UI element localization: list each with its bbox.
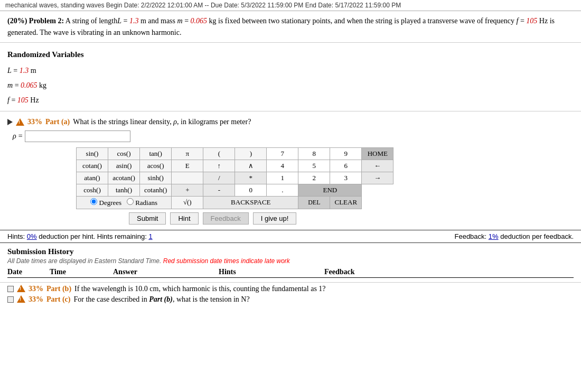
part-a-question: What is the strings linear density, ρ, i… bbox=[73, 118, 251, 126]
btn-back[interactable]: ← bbox=[362, 160, 393, 172]
part-c-question: For the case described in Part (b), what… bbox=[73, 295, 249, 304]
part-b-checkbox bbox=[7, 286, 14, 292]
L-label: L bbox=[117, 17, 121, 25]
part-b-label: Part (b) bbox=[46, 285, 71, 293]
part-a-label: Part (a) bbox=[45, 118, 70, 126]
part-c-percent: 33% bbox=[29, 295, 43, 304]
btn-minus[interactable]: - bbox=[203, 184, 235, 196]
col-time: Time bbox=[50, 268, 113, 276]
btn-atan[interactable]: atan() bbox=[77, 172, 108, 184]
btn-E[interactable]: E bbox=[172, 160, 203, 172]
part-c-row: ! 33% Part (c) For the case described in… bbox=[7, 295, 574, 304]
part-c-label: Part (c) bbox=[46, 295, 70, 304]
subtitle-red: Red submission date times indicate late … bbox=[163, 257, 290, 265]
btn-0[interactable]: 0 bbox=[235, 184, 267, 196]
rho-label: ρ bbox=[13, 132, 16, 141]
submission-subtitle: All Date times are displayed in Eastern … bbox=[7, 257, 574, 265]
degree-row-cell: Degrees Radians bbox=[77, 196, 172, 209]
radians-label[interactable]: Radians bbox=[127, 199, 157, 207]
part-b-warning-icon: ! bbox=[17, 285, 25, 292]
answer-input[interactable] bbox=[25, 130, 130, 142]
hints-bar: Hints: 0% deduction per hint. Hints rema… bbox=[0, 230, 581, 243]
btn-8[interactable]: 8 bbox=[298, 147, 330, 160]
btn-1[interactable]: 1 bbox=[267, 172, 298, 184]
part-a-header: ! 33% Part (a) What is the strings linea… bbox=[7, 118, 574, 126]
m-label: m bbox=[177, 17, 183, 25]
submission-section: Submission History All Date times are di… bbox=[0, 243, 581, 282]
top-bar: mechanical waves, standing waves Begin D… bbox=[0, 0, 581, 11]
btn-up[interactable]: ↑ bbox=[203, 160, 235, 172]
degrees-label[interactable]: Degrees bbox=[90, 199, 123, 207]
btn-del[interactable]: DEL bbox=[298, 196, 330, 209]
btn-backspace[interactable]: BACKSPACE bbox=[203, 196, 298, 209]
btn-plus[interactable]: + bbox=[172, 184, 203, 196]
btn-cos[interactable]: cos() bbox=[108, 147, 140, 160]
submit-button[interactable]: Submit bbox=[129, 212, 166, 225]
col-hints: Hints bbox=[219, 268, 324, 276]
giveup-button[interactable]: I give up! bbox=[253, 212, 297, 225]
feedback-percent-link[interactable]: 1% bbox=[489, 232, 499, 240]
btn-cotan[interactable]: cotan() bbox=[77, 160, 108, 172]
input-row: ρ = bbox=[13, 130, 574, 142]
problem-statement: (20%) Problem 2: A string of lengthL = 1… bbox=[0, 11, 581, 43]
var-m: m = 0.065 kg bbox=[7, 78, 574, 93]
btn-clear[interactable]: CLEAR bbox=[330, 196, 362, 209]
btn-sqrt[interactable]: √() bbox=[172, 196, 203, 209]
btn-divide[interactable]: / bbox=[203, 172, 235, 184]
part-b-section: ! 33% Part (b) If the wavelength is 10.0… bbox=[0, 282, 581, 308]
btn-empty bbox=[172, 172, 203, 184]
btn-3[interactable]: 3 bbox=[330, 172, 362, 184]
btn-lparen[interactable]: ( bbox=[203, 147, 235, 160]
btn-sinh[interactable]: sinh() bbox=[140, 172, 172, 184]
action-buttons: Submit Hint Feedback I give up! bbox=[129, 212, 574, 225]
btn-tan[interactable]: tan() bbox=[140, 147, 172, 160]
var-f: f = 105 Hz bbox=[7, 93, 574, 108]
feedback-button[interactable]: Feedback bbox=[203, 212, 249, 225]
btn-multiply[interactable]: * bbox=[235, 172, 267, 184]
part-b-percent: 33% bbox=[29, 285, 43, 293]
btn-cotanh[interactable]: cotanh() bbox=[140, 184, 172, 196]
btn-home[interactable]: HOME bbox=[362, 147, 393, 160]
btn-pi[interactable]: π bbox=[172, 147, 203, 160]
btn-4[interactable]: 4 bbox=[267, 160, 298, 172]
hints-remaining-link[interactable]: 1 bbox=[148, 232, 152, 240]
col-feedback: Feedback bbox=[324, 268, 404, 276]
btn-rparen[interactable]: ) bbox=[235, 147, 267, 160]
top-bar-text: mechanical waves, standing waves Begin D… bbox=[5, 2, 401, 9]
part-c-warning-icon: ! bbox=[17, 295, 25, 303]
play-icon bbox=[7, 119, 13, 125]
problem-desc-before: A string of length bbox=[65, 17, 117, 25]
part-b-question: If the wavelength is 10.0 cm, which harm… bbox=[74, 285, 326, 293]
btn-end[interactable]: END bbox=[298, 184, 362, 196]
btn-6[interactable]: 6 bbox=[330, 160, 362, 172]
btn-acotan[interactable]: acotan() bbox=[108, 172, 140, 184]
part-c-checkbox bbox=[7, 296, 14, 303]
radians-radio[interactable] bbox=[127, 198, 134, 205]
hints-percent-link[interactable]: 0% bbox=[27, 232, 37, 240]
col-answer: Answer bbox=[113, 268, 219, 276]
part-b-ref: Part (b) bbox=[149, 295, 173, 303]
m-unit: kg is fixed between two stationary point… bbox=[207, 17, 514, 25]
btn-cosh[interactable]: cosh() bbox=[77, 184, 108, 196]
hint-button[interactable]: Hint bbox=[170, 212, 198, 225]
calc-table: sin() cos() tan() π ( ) 7 8 9 HOME cotan… bbox=[76, 147, 393, 209]
btn-tanh[interactable]: tanh() bbox=[108, 184, 140, 196]
btn-right[interactable]: → bbox=[362, 172, 393, 184]
btn-sin[interactable]: sin() bbox=[77, 147, 108, 160]
btn-5[interactable]: 5 bbox=[298, 160, 330, 172]
btn-9[interactable]: 9 bbox=[330, 147, 362, 160]
btn-dot[interactable]: . bbox=[267, 184, 298, 196]
btn-asin[interactable]: asin() bbox=[108, 160, 140, 172]
L-unit: m and mass bbox=[138, 17, 177, 25]
btn-2[interactable]: 2 bbox=[298, 172, 330, 184]
m-value: 0.065 bbox=[191, 17, 208, 25]
rho-eq: = bbox=[18, 132, 23, 141]
var-L: L = 1.3 m bbox=[7, 63, 574, 78]
problem-prefix: (20%) Problem 2: bbox=[7, 17, 64, 25]
col-date: Date bbox=[7, 268, 50, 276]
degrees-radio[interactable] bbox=[90, 198, 97, 205]
btn-acos[interactable]: acos() bbox=[140, 160, 172, 172]
btn-7[interactable]: 7 bbox=[267, 147, 298, 160]
f-value: 105 bbox=[526, 17, 537, 25]
btn-caret[interactable]: ∧ bbox=[235, 160, 267, 172]
